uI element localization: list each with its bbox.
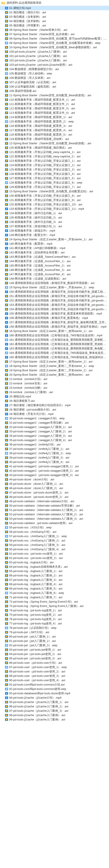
file-item[interactable]: 51-pd-tools-validator（hibernate-validato… bbox=[0, 508, 109, 512]
file-item[interactable]: 11-Spring Boot Starter（Starter原理_自动配置_Be… bbox=[0, 93, 109, 98]
file-item[interactable]: 105-数据模型（导入表结构）.wep bbox=[0, 71, 109, 76]
file-item[interactable]: 65-pd-tools-log（logback入门案例_1）.avi bbox=[0, 569, 109, 574]
file-item[interactable]: 37-pd-tools-swagger2（knife4j入门案例_1）.avi bbox=[0, 447, 109, 451]
file-item[interactable]: 89-pd-tools-user（pd-tools-user使用_3）.avi bbox=[0, 674, 109, 678]
file-item[interactable]: 127-权限服务开发（开发认证功能_开发认证接口_5）.avi bbox=[0, 176, 109, 181]
file-item[interactable]: 15-Spring Boot Starter（自定义starter_案例一_开发… bbox=[0, 285, 109, 290]
file-item[interactable]: 148-网关服务开发（过滤器_过滤器测试）.avi bbox=[0, 277, 109, 281]
file-item[interactable]: 93-pd-tools-databases和pd-tools-dozer使用.m… bbox=[0, 691, 109, 695]
file-item[interactable]: 34-pd-tools-swagger2（swagger入门案例_3）.avi bbox=[0, 434, 109, 438]
file-item[interactable]: 104-数据模型（权限数据模型介绍）.avi bbox=[0, 67, 109, 71]
file-item[interactable]: 42-pd-tools-swagger2（pd-tools-swagger2使用… bbox=[0, 469, 109, 473]
file-item[interactable]: 141-网关服务开发（API接口和熔断器）.mp4 bbox=[0, 246, 109, 250]
file-item[interactable]: 45-pd-tools-dozer（dozer入门案例_1）.avi bbox=[0, 482, 109, 486]
file-item[interactable]: 107-认证和鉴权流程（认证流程）.avi bbox=[0, 80, 109, 85]
file-item[interactable]: 02-项目概述（项目介绍）.avi bbox=[0, 10, 109, 14]
file-item[interactable]: 134-权限服务开发（操作日志功能_1）.avi bbox=[0, 211, 109, 215]
file-item[interactable]: 17-Spring Boot Starter（自定义starter_案例一_使用… bbox=[0, 360, 109, 364]
file-item[interactable]: 130-权限服务开发（开发认证功能_开发认证接口_8）.avi bbox=[0, 194, 109, 198]
file-item[interactable]: 10-Spring Boot Starter（Starter原理_自动配置_Be… bbox=[0, 45, 109, 50]
file-item[interactable]: 91-pd-tools-core和pd-tools-common介绍.avi bbox=[0, 682, 109, 687]
file-item[interactable]: 08-Spring Boot Starter（Starter原理_自动配置_基于… bbox=[0, 36, 109, 41]
file-item[interactable]: 07-Spring Boot Starter（Starter原理_起步依赖）.a… bbox=[0, 32, 109, 36]
file-item[interactable]: 147-网关服务开发（过滤器_AccessFilter_4）.avi bbox=[0, 272, 109, 277]
file-item[interactable]: 128-权限服务开发（开发认证功能_开发认证接口_6）.wep bbox=[0, 181, 109, 185]
file-item[interactable]: 77-pd-tools-log（pd-tools-log使用_4）.avi bbox=[0, 621, 109, 626]
file-item[interactable]: 73-pd-tools-log（Spring Event_Spring Even… bbox=[0, 604, 109, 608]
file-item[interactable]: 57-pd-tools-xss（AntiSamy入门案例_1）.wep bbox=[0, 534, 109, 538]
file-item[interactable]: 100-pd-tools-j2cache（j2cache入门案例）.avi bbox=[0, 50, 109, 54]
file-item[interactable]: 12-Spring Boot Starter（Starter原理_自动配置_Be… bbox=[0, 141, 109, 146]
file-item[interactable]: 99-pd-tools-j2cache（j2cache入门案例）.avi bbox=[0, 717, 109, 722]
file-item[interactable]: 143-网关服务开发（过滤器_TokenContextFilter）.avi bbox=[0, 255, 109, 259]
file-item[interactable]: 69-pd-tools-log（logback入门案例_5）.avi bbox=[0, 586, 109, 591]
file-item[interactable]: 61-pd-tools-xss（pd-tools-xss使用_1）.avi bbox=[0, 552, 109, 556]
file-item[interactable]: 01-课程介绍.mp4 bbox=[0, 6, 109, 10]
file-item[interactable]: 27-项目课程（项目整体结构介绍说明演示）.mp4 bbox=[0, 403, 109, 407]
file-item[interactable]: 137-权限服务开发（其他功能介绍_1）.avi bbox=[0, 224, 109, 228]
file-item[interactable]: 125-权限服务开发（开发认证功能_开发认证接口_3）.avi bbox=[0, 167, 109, 172]
file-item[interactable]: 123-权限服务开发（开发认证功能_开发认证接口_1）.avi bbox=[0, 159, 109, 163]
file-item[interactable]: 39-pd-tools-swagger2（knife4j入门案例_3）.avi bbox=[0, 456, 109, 460]
file-item[interactable]: 109-基础环境搭建.avi bbox=[0, 89, 109, 93]
file-item[interactable]: 23-lombok（lombok注解）.avi bbox=[0, 386, 109, 390]
file-item[interactable]: 16-Spring Boot Starter（自定义starter_案例一_使用… bbox=[0, 329, 109, 333]
file-item[interactable]: 38-pd-tools-swagger2（knife4j入门案例_2）.wep bbox=[0, 451, 109, 456]
file-item[interactable]: 79-pd-tools-jwt（JWT介绍）.avi bbox=[0, 630, 109, 634]
file-item[interactable]: 132-权限服务开发（开发认证功能_开发认证接口_10）.avi bbox=[0, 202, 109, 207]
file-item[interactable]: 152-通用权限系统企业应用指南（新项目开发_后端业务功能开发_pd-goods… bbox=[0, 298, 109, 303]
file-item[interactable]: 67-pd-tools-log（logback入门案例_3）.avi bbox=[0, 578, 109, 582]
file-item[interactable]: 05-项目概述（环境要求）.avi bbox=[0, 23, 109, 28]
file-item[interactable]: 85-pd-tools-jwt（pd-tools-jwt使用_3）.avi bbox=[0, 656, 109, 661]
file-item[interactable]: 68-pd-tools-log（logback入门案例_4）.avi bbox=[0, 582, 109, 586]
file-item[interactable]: 80-pd-tools-jwt（jwt入门案例_1）.avi bbox=[0, 634, 109, 639]
file-item[interactable]: 124-权限服务开发（开发认证功能_开发认证接口_2）.avi bbox=[0, 163, 109, 167]
file-item[interactable]: 52-pd-tools-validator（hibernate-validato… bbox=[0, 512, 109, 517]
file-item[interactable]: 116-权限服务开发（基础环境搭建_配置类_3）.avi bbox=[0, 124, 109, 128]
file-item[interactable]: 161-通用权限系统企业应用指南（已有项目改造_通用权限系统配置_菜单配置）.w… bbox=[0, 338, 109, 342]
file-item[interactable]: 154-通用权限系统企业应用指南（新项目开发_后端业务功能开发_pd-goods… bbox=[0, 307, 109, 311]
file-item[interactable]: 82-pd-tools-jwt（jwt入门案例_3）.wep bbox=[0, 643, 109, 648]
file-item[interactable]: 21-lombok（lombok介绍）.avi bbox=[0, 377, 109, 381]
file-item[interactable]: 97-pd-tools-j2cache（j2cache入门案例_3）.avi bbox=[0, 709, 109, 713]
file-item[interactable]: 84-pd-tools-jwt（pd-tools-jwt使用_2）.avi bbox=[0, 652, 109, 656]
file-item[interactable]: 56-pd-tools-xss（AntiSamy介绍）.avi bbox=[0, 530, 109, 534]
file-item[interactable]: 47-pd-tools-dozer（pd-tools-dozer使用_1）.av… bbox=[0, 490, 109, 495]
file-item[interactable]: 94-pd-tools-j2cache（j2cache介绍）.mp4 bbox=[0, 695, 109, 700]
file-item[interactable]: 96-pd-tools-j2cache（j2cache入门案例_2）.avi bbox=[0, 704, 109, 709]
file-item[interactable]: 31-pd-tools-swagger2（swagger常用注解）.avi bbox=[0, 421, 109, 425]
file-item[interactable]: 151-通用权限系统企业应用指南（新项目开发_后端业务功能开发_pd-goods… bbox=[0, 294, 109, 298]
file-item[interactable]: 75-pd-tools-log（pd-tools-log使用_2）.avi bbox=[0, 613, 109, 617]
file-item[interactable]: 119-权限服务开发（基础环境搭建_启动类）.avi bbox=[0, 137, 109, 141]
file-item[interactable]: 71-pd-tools-log（logback入门案例_7）.avi bbox=[0, 595, 109, 599]
file-item[interactable]: 153-通用权限系统企业应用指南（新项目开发_后端业务功能开发_pd-goods… bbox=[0, 303, 109, 307]
file-item[interactable]: 24-lombok（lombok入门案例）.avi bbox=[0, 390, 109, 394]
file-item[interactable]: 03-项目概述（业务架构）.avi bbox=[0, 14, 109, 19]
file-item[interactable]: 35-pd-tools-swagger2（swagger入门案例_4）.avi bbox=[0, 438, 109, 442]
file-item[interactable]: 120-权限服务开发（基础环境搭建_项目测试）.avi bbox=[0, 146, 109, 150]
file-item[interactable]: 103-pd-tools-j2cache（pd-tools-j2cache使用）… bbox=[0, 63, 109, 67]
file-item[interactable]: 92-pd-tools-core和pd-tools-common使用.wep bbox=[0, 687, 109, 691]
file-item[interactable]: 33-pd-tools-swagger2（swagger入门案例_2）.avi bbox=[0, 429, 109, 434]
file-item[interactable]: 101-pd-tools-j2cache（j2cache入门案例）.avi bbox=[0, 54, 109, 58]
file-item[interactable]: 43-pd-tools-swagger2（pd-tools-swagger2使用… bbox=[0, 473, 109, 477]
file-item[interactable]: 133-权限服务开发（开发认证功能_开发认证接口_11）.mp4 bbox=[0, 207, 109, 211]
file-item[interactable]: 06-Spring Boot Starter（Starter简单介绍）.avi bbox=[0, 28, 109, 32]
file-item[interactable]: 86-pd-tools-user（pd-tools-user介绍）.avi bbox=[0, 661, 109, 665]
file-item[interactable]: 160-通用权限系统企业应用指南（已有项目改造_TMS项目改造说明）.mp4 bbox=[0, 333, 109, 338]
file-item[interactable]: 58-pd-tools-xss（AntiSamy入门案例_2）.avi bbox=[0, 538, 109, 543]
file-item[interactable]: 64-pd-tools-log（logback层级和继承关系）.avi bbox=[0, 565, 109, 569]
file-item[interactable]: 59-pd-tools-xss（AntiSamy入门案例_3）.avi bbox=[0, 543, 109, 547]
file-item[interactable]: 138-权限服务开发（前端文件）.mp4 bbox=[0, 228, 109, 233]
file-item[interactable]: 70-pd-tools-log（logback入门案例_6）.wep bbox=[0, 591, 109, 595]
file-item[interactable]: 48-pd-tools-dozer（pd-tools-dozer使用_2）.av… bbox=[0, 495, 109, 499]
file-item[interactable]: 126-权限服务开发（开发认证功能_开发认证接口_4）.avi bbox=[0, 172, 109, 176]
file-item[interactable]: 150-通用权限系统企业应用指南（新项目开发_后端业务功能开发_搭建工程）.mp… bbox=[0, 290, 109, 294]
file-item[interactable]: 156-通用权限系统企业应用指南（新项目开发_配置角色）.mp4 bbox=[0, 316, 109, 320]
file-item[interactable]: 108-认证和鉴权流程（鉴权流程）.avi bbox=[0, 85, 109, 89]
file-item[interactable]: 54-pd-tools-validator（pd-tools-validator… bbox=[0, 521, 109, 525]
file-item[interactable]: 165-通用权限系统企业应用指南（已有项目改造_TMS前端改造_前端源码分析）.… bbox=[0, 355, 109, 360]
file-item[interactable]: 87-pd-tools-user（pd-tools-user使用_1）.wep bbox=[0, 665, 109, 670]
file-item[interactable]: 163-通用权限系统企业应用指南（已有项目改造_通用权限系统配置_角色配置）.m… bbox=[0, 346, 109, 351]
file-item[interactable]: 29-项目课程（开发方式介绍）.mp4 bbox=[0, 412, 109, 416]
